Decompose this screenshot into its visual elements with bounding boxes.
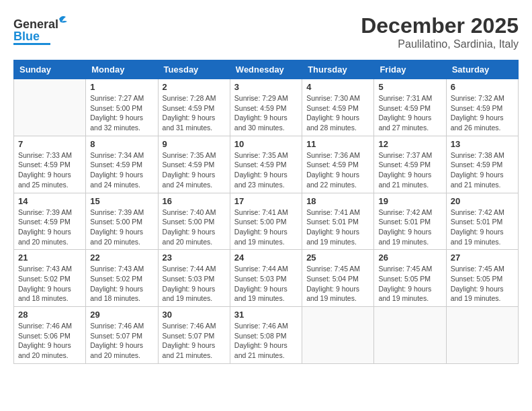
day-number: 31 bbox=[234, 310, 298, 320]
calendar-cell: 27Sunrise: 7:45 AM Sunset: 5:05 PM Dayli… bbox=[446, 250, 518, 307]
weekday-header-monday: Monday bbox=[86, 60, 158, 79]
svg-text:General: General bbox=[13, 17, 58, 31]
day-number: 2 bbox=[163, 82, 226, 92]
calendar-cell: 1Sunrise: 7:27 AM Sunset: 5:00 PM Daylig… bbox=[86, 79, 158, 136]
calendar-cell: 31Sunrise: 7:46 AM Sunset: 5:08 PM Dayli… bbox=[230, 307, 302, 364]
day-info: Sunrise: 7:44 AM Sunset: 5:03 PM Dayligh… bbox=[234, 264, 298, 304]
day-info: Sunrise: 7:29 AM Sunset: 4:59 PM Dayligh… bbox=[234, 93, 298, 133]
day-number: 5 bbox=[378, 82, 441, 92]
day-info: Sunrise: 7:46 AM Sunset: 5:06 PM Dayligh… bbox=[18, 321, 81, 361]
weekday-header-friday: Friday bbox=[374, 60, 446, 79]
day-number: 28 bbox=[18, 310, 81, 320]
calendar-cell: 16Sunrise: 7:40 AM Sunset: 5:00 PM Dayli… bbox=[158, 193, 230, 250]
calendar-table: SundayMondayTuesdayWednesdayThursdayFrid… bbox=[13, 60, 519, 364]
day-info: Sunrise: 7:39 AM Sunset: 5:00 PM Dayligh… bbox=[90, 208, 153, 247]
calendar-cell: 4Sunrise: 7:30 AM Sunset: 4:59 PM Daylig… bbox=[302, 79, 374, 136]
title-section: December 2025 Paulilatino, Sardinia, Ita… bbox=[361, 13, 519, 50]
calendar-week-3: 14Sunrise: 7:39 AM Sunset: 4:59 PM Dayli… bbox=[14, 193, 519, 250]
calendar-cell: 20Sunrise: 7:42 AM Sunset: 5:01 PM Dayli… bbox=[446, 193, 518, 250]
weekday-header-thursday: Thursday bbox=[302, 60, 374, 79]
svg-text:Blue: Blue bbox=[13, 30, 40, 43]
calendar-cell bbox=[446, 307, 518, 364]
day-number: 15 bbox=[90, 196, 153, 206]
day-number: 13 bbox=[451, 139, 514, 149]
calendar-cell: 2Sunrise: 7:28 AM Sunset: 4:59 PM Daylig… bbox=[158, 79, 230, 136]
calendar-week-4: 21Sunrise: 7:43 AM Sunset: 5:02 PM Dayli… bbox=[14, 250, 519, 307]
calendar-cell: 13Sunrise: 7:38 AM Sunset: 4:59 PM Dayli… bbox=[446, 136, 518, 193]
day-info: Sunrise: 7:34 AM Sunset: 4:59 PM Dayligh… bbox=[90, 150, 153, 190]
day-number: 24 bbox=[234, 253, 298, 263]
day-info: Sunrise: 7:27 AM Sunset: 5:00 PM Dayligh… bbox=[90, 93, 153, 133]
calendar-cell: 14Sunrise: 7:39 AM Sunset: 4:59 PM Dayli… bbox=[14, 193, 86, 250]
day-info: Sunrise: 7:41 AM Sunset: 5:01 PM Dayligh… bbox=[306, 208, 369, 247]
calendar-cell: 7Sunrise: 7:33 AM Sunset: 4:59 PM Daylig… bbox=[14, 136, 86, 193]
day-number: 14 bbox=[18, 196, 81, 206]
day-number: 29 bbox=[90, 310, 153, 320]
day-info: Sunrise: 7:45 AM Sunset: 5:05 PM Dayligh… bbox=[378, 264, 441, 304]
day-info: Sunrise: 7:32 AM Sunset: 4:59 PM Dayligh… bbox=[451, 93, 514, 133]
day-number: 3 bbox=[234, 82, 298, 92]
calendar-cell: 8Sunrise: 7:34 AM Sunset: 4:59 PM Daylig… bbox=[86, 136, 158, 193]
calendar-cell: 24Sunrise: 7:44 AM Sunset: 5:03 PM Dayli… bbox=[230, 250, 302, 307]
calendar-cell: 23Sunrise: 7:44 AM Sunset: 5:03 PM Dayli… bbox=[158, 250, 230, 307]
day-number: 23 bbox=[163, 253, 226, 263]
day-number: 17 bbox=[234, 196, 298, 206]
day-info: Sunrise: 7:36 AM Sunset: 4:59 PM Dayligh… bbox=[306, 150, 369, 190]
calendar-cell: 3Sunrise: 7:29 AM Sunset: 4:59 PM Daylig… bbox=[230, 79, 302, 136]
day-number: 18 bbox=[306, 196, 369, 206]
calendar-week-5: 28Sunrise: 7:46 AM Sunset: 5:06 PM Dayli… bbox=[14, 307, 519, 364]
day-number: 25 bbox=[306, 253, 369, 263]
calendar-cell: 9Sunrise: 7:35 AM Sunset: 4:59 PM Daylig… bbox=[158, 136, 230, 193]
day-number: 20 bbox=[451, 196, 514, 206]
calendar-header-row: SundayMondayTuesdayWednesdayThursdayFrid… bbox=[14, 60, 519, 79]
calendar-week-2: 7Sunrise: 7:33 AM Sunset: 4:59 PM Daylig… bbox=[14, 136, 519, 193]
calendar-cell: 22Sunrise: 7:43 AM Sunset: 5:02 PM Dayli… bbox=[86, 250, 158, 307]
day-info: Sunrise: 7:35 AM Sunset: 4:59 PM Dayligh… bbox=[163, 150, 226, 190]
calendar-cell: 10Sunrise: 7:35 AM Sunset: 4:59 PM Dayli… bbox=[230, 136, 302, 193]
day-number: 9 bbox=[163, 139, 226, 149]
calendar-cell: 25Sunrise: 7:45 AM Sunset: 5:04 PM Dayli… bbox=[302, 250, 374, 307]
day-number: 10 bbox=[234, 139, 298, 149]
day-info: Sunrise: 7:41 AM Sunset: 5:00 PM Dayligh… bbox=[234, 208, 298, 247]
day-info: Sunrise: 7:42 AM Sunset: 5:01 PM Dayligh… bbox=[378, 208, 441, 247]
day-info: Sunrise: 7:30 AM Sunset: 4:59 PM Dayligh… bbox=[306, 93, 369, 133]
calendar-cell bbox=[14, 79, 86, 136]
month-title: December 2025 bbox=[361, 13, 519, 38]
day-info: Sunrise: 7:44 AM Sunset: 5:03 PM Dayligh… bbox=[163, 264, 226, 304]
calendar-cell: 17Sunrise: 7:41 AM Sunset: 5:00 PM Dayli… bbox=[230, 193, 302, 250]
calendar-cell: 26Sunrise: 7:45 AM Sunset: 5:05 PM Dayli… bbox=[374, 250, 446, 307]
location-subtitle: Paulilatino, Sardinia, Italy bbox=[361, 38, 519, 50]
day-info: Sunrise: 7:39 AM Sunset: 4:59 PM Dayligh… bbox=[18, 208, 81, 247]
calendar-cell bbox=[302, 307, 374, 364]
day-info: Sunrise: 7:43 AM Sunset: 5:02 PM Dayligh… bbox=[18, 264, 81, 304]
calendar-cell: 28Sunrise: 7:46 AM Sunset: 5:06 PM Dayli… bbox=[14, 307, 86, 364]
day-info: Sunrise: 7:31 AM Sunset: 4:59 PM Dayligh… bbox=[378, 93, 441, 133]
weekday-header-sunday: Sunday bbox=[14, 60, 86, 79]
calendar-cell: 11Sunrise: 7:36 AM Sunset: 4:59 PM Dayli… bbox=[302, 136, 374, 193]
day-info: Sunrise: 7:46 AM Sunset: 5:08 PM Dayligh… bbox=[234, 321, 298, 361]
day-number: 7 bbox=[18, 139, 81, 149]
day-number: 16 bbox=[163, 196, 226, 206]
calendar-cell: 15Sunrise: 7:39 AM Sunset: 5:00 PM Dayli… bbox=[86, 193, 158, 250]
svg-rect-2 bbox=[13, 43, 50, 45]
day-info: Sunrise: 7:28 AM Sunset: 4:59 PM Dayligh… bbox=[163, 93, 226, 133]
day-number: 27 bbox=[451, 253, 514, 263]
day-number: 12 bbox=[378, 139, 441, 149]
calendar-cell bbox=[374, 307, 446, 364]
logo: General Blue bbox=[13, 13, 71, 53]
day-info: Sunrise: 7:46 AM Sunset: 5:07 PM Dayligh… bbox=[163, 321, 226, 361]
calendar-cell: 21Sunrise: 7:43 AM Sunset: 5:02 PM Dayli… bbox=[14, 250, 86, 307]
calendar-cell: 12Sunrise: 7:37 AM Sunset: 4:59 PM Dayli… bbox=[374, 136, 446, 193]
day-number: 8 bbox=[90, 139, 153, 149]
weekday-header-wednesday: Wednesday bbox=[230, 60, 302, 79]
day-number: 22 bbox=[90, 253, 153, 263]
calendar-cell: 19Sunrise: 7:42 AM Sunset: 5:01 PM Dayli… bbox=[374, 193, 446, 250]
calendar-week-1: 1Sunrise: 7:27 AM Sunset: 5:00 PM Daylig… bbox=[14, 79, 519, 136]
day-info: Sunrise: 7:37 AM Sunset: 4:59 PM Dayligh… bbox=[378, 150, 441, 190]
day-number: 30 bbox=[163, 310, 226, 320]
day-number: 1 bbox=[90, 82, 153, 92]
day-number: 21 bbox=[18, 253, 81, 263]
logo-icon: General Blue bbox=[13, 13, 71, 53]
day-number: 19 bbox=[378, 196, 441, 206]
day-number: 26 bbox=[378, 253, 441, 263]
